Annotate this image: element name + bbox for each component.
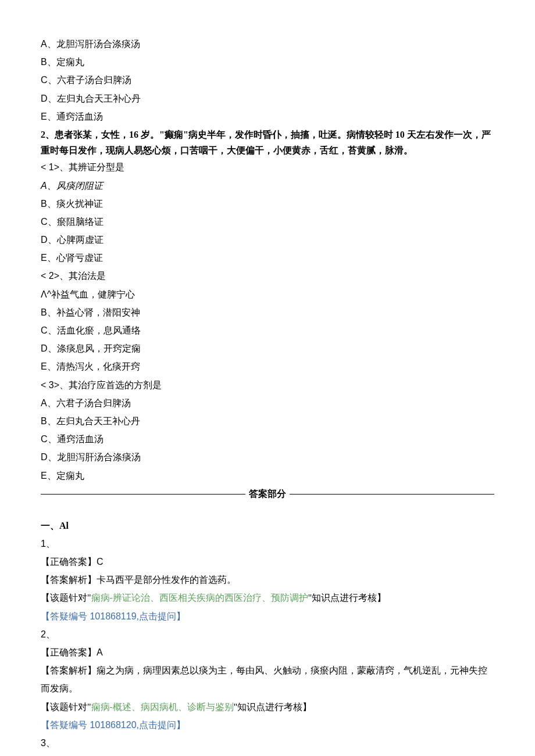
- q2-s3-b: B、左归丸合天王补心丹: [41, 412, 494, 430]
- a2-explain: 【答案解析】痫之为病，病理因素总以痰为主，每由风、火触动，痰瘀内阻，蒙蔽清窍，气…: [41, 661, 494, 697]
- divider-line-left: [41, 494, 245, 495]
- q2-s2-d: D、涤痰息风，开窍定痫: [41, 339, 494, 357]
- a1-num: 1、: [41, 535, 494, 553]
- q2-s1-c: C、瘀阻脑络证: [41, 213, 494, 231]
- q2-s1-d: D、心脾两虚证: [41, 231, 494, 249]
- q2-s1-e: E、心肾亏虚证: [41, 249, 494, 267]
- q1-option-d: D、左归丸合天王补心丹: [41, 89, 494, 108]
- a1-topic-suffix: "知识点进行考核】: [308, 593, 387, 603]
- answers-group-title: 一、Al: [41, 517, 494, 535]
- q2-s3-e: E、定痫丸: [41, 467, 494, 485]
- q2-s3-d: D、龙胆泻肝汤合涤痰汤: [41, 448, 494, 466]
- q2-s2-c: C、活血化瘀，息风通络: [41, 321, 494, 339]
- q2-s2-e: E、清热泻火，化痰开窍: [41, 357, 494, 375]
- a3-num: 3、: [41, 734, 494, 752]
- q2-s2-a: Λ^补益气血，健脾宁心: [41, 285, 494, 303]
- a2-link[interactable]: 【答疑编号 101868120,点击提问】: [41, 716, 494, 734]
- a2-num: 2、: [41, 625, 494, 643]
- q2-s3-a: A、六君子汤合归脾汤: [41, 394, 494, 412]
- q1-option-c: C、六君子汤合归脾汤: [41, 71, 494, 89]
- q2-s1-a: A、风痰闭阻证: [41, 177, 494, 195]
- a1-topic: 【该题针对"痫病-辨证论治、西医相关疾病的西医治疗、预防调护"知识点进行考核】: [41, 589, 494, 607]
- a1-link[interactable]: 【答疑编号 101868119,点击提问】: [41, 607, 494, 625]
- answers-section-title: 答案部分: [245, 488, 290, 500]
- q2-s3-lead: < 3>、其治疗应首选的方剂是: [41, 376, 494, 394]
- q2-s2-lead: < 2>、其治法是: [41, 267, 494, 285]
- q1-option-a: A、龙胆泻肝汤合涤痰汤: [41, 35, 494, 53]
- a3-correct: 【正确答案】B: [41, 752, 494, 756]
- a2-topic-green: 痫病-概述、病因病机、诊断与鉴别: [91, 702, 234, 712]
- q2-s1-lead: < 1>、其辨证分型是: [41, 158, 494, 176]
- a2-topic-prefix: 【该题针对": [41, 702, 91, 712]
- q1-option-b: B、定痫丸: [41, 53, 494, 71]
- divider-line-right: [290, 494, 494, 495]
- a2-topic-suffix: "知识点进行考核】: [234, 702, 312, 712]
- a1-explain: 【答案解析】卡马西平是部分性发作的首选药。: [41, 571, 494, 589]
- answers-section-divider: 答案部分: [41, 488, 494, 500]
- a1-topic-green: 痫病-辨证论治、西医相关疾病的西医治疗、预防调护: [91, 593, 308, 603]
- q2-s1-b: B、痰火扰神证: [41, 195, 494, 213]
- q2-s3-c: C、通窍活血汤: [41, 430, 494, 448]
- a1-topic-prefix: 【该题针对": [41, 593, 91, 603]
- q2-stem: 2、患者张某，女性，16 岁。"癫痫"病史半年，发作时昏仆，抽搐，吐涎。病情较轻…: [41, 127, 494, 158]
- a2-correct: 【正确答案】A: [41, 643, 494, 661]
- a1-correct: 【正确答案】C: [41, 553, 494, 571]
- q1-option-e: E、通窍活血汤: [41, 108, 494, 126]
- q2-s2-b: B、补益心肾，潜阳安神: [41, 303, 494, 321]
- a2-topic: 【该题针对"痫病-概述、病因病机、诊断与鉴别"知识点进行考核】: [41, 698, 494, 716]
